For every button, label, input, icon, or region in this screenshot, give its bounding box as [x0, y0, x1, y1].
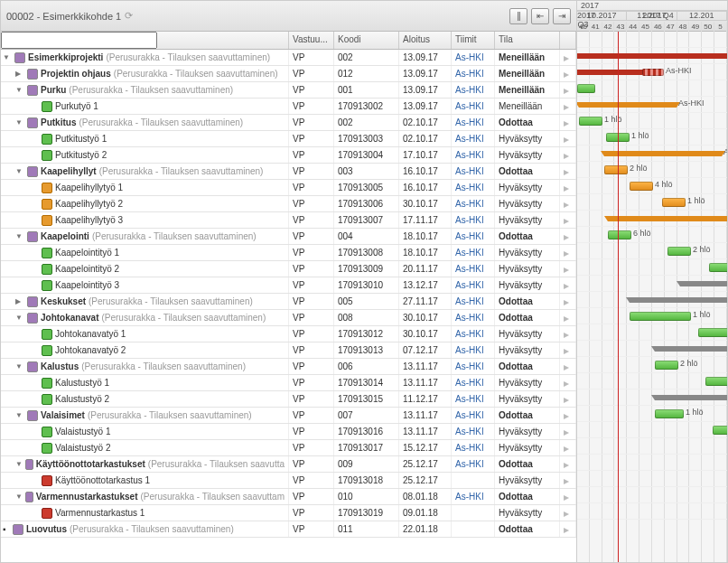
row-arrow-icon[interactable]: ▸: [564, 68, 569, 80]
gantt-row[interactable]: 1 hlö: [577, 308, 727, 324]
task-row[interactable]: ▼Valaisimet (Perusurakka - Tilauksen saa…: [1, 408, 576, 424]
row-arrow-icon[interactable]: ▸: [564, 84, 569, 97]
row-arrow-icon[interactable]: ▸: [564, 361, 569, 373]
task-row[interactable]: Kaapelihyllytyö 2VP17091300630.10.17As-H…: [1, 196, 576, 212]
gantt-row[interactable]: [577, 389, 727, 406]
expander-icon[interactable]: ▼: [15, 167, 24, 175]
expander-icon[interactable]: ▼: [15, 118, 24, 127]
gantt-body[interactable]: As-HKIAs-HKI1 hlö1 hlöAs-HKI2 hlö4 hlö1 …: [577, 32, 727, 562]
gantt-row[interactable]: 1 hlö: [577, 406, 727, 422]
gantt-row[interactable]: [577, 487, 727, 503]
task-row[interactable]: Kaapelihyllytyö 3VP17091300717.11.17As-H…: [1, 212, 576, 229]
task-row[interactable]: ▶Keskukset (Perusurakka - Tilauksen saav…: [1, 294, 576, 310]
task-row[interactable]: Johtokanavatyö 2VP17091301307.12.17As-HK…: [1, 342, 576, 359]
task-row[interactable]: Kaapelointityö 1VP17091300818.10.17As-HK…: [1, 245, 576, 261]
gantt-bar[interactable]: [662, 198, 686, 207]
expander-icon[interactable]: ▼: [15, 362, 24, 371]
gantt-bar[interactable]: [604, 165, 628, 174]
task-row[interactable]: ▼Putkitus (Perusurakka - Tilauksen saavu…: [1, 115, 576, 131]
row-arrow-icon[interactable]: ▸: [564, 344, 569, 357]
row-arrow-icon[interactable]: ▸: [564, 474, 569, 487]
summary-bar[interactable]: [579, 102, 677, 108]
row-arrow-icon[interactable]: ▸: [564, 491, 569, 503]
task-row[interactable]: Käyttöönottotarkastus 1VP17091301825.12.…: [1, 473, 576, 489]
gantt-bar[interactable]: [579, 117, 602, 126]
expander-icon[interactable]: ▼: [15, 86, 24, 94]
task-row[interactable]: ▼Varmennustarkastukset (Perusurakka - Ti…: [1, 489, 576, 505]
summary-bar[interactable]: [655, 395, 727, 400]
gantt-row[interactable]: [577, 455, 727, 471]
summary-bar[interactable]: [630, 297, 727, 303]
summary-bar[interactable]: [680, 281, 727, 286]
gantt-row[interactable]: 2 hlö: [577, 162, 727, 178]
gantt-row[interactable]: As-HKI: [577, 64, 727, 80]
gantt-row[interactable]: [577, 471, 727, 487]
gantt-bar[interactable]: [667, 247, 691, 256]
gantt-row[interactable]: As-HKI: [577, 145, 727, 162]
gantt-row[interactable]: [577, 503, 727, 520]
gantt-bar[interactable]: [630, 182, 653, 191]
task-row[interactable]: Kaapelihyllytyö 1VP17091300516.10.17As-H…: [1, 180, 576, 196]
gantt-row[interactable]: [577, 259, 727, 276]
task-row[interactable]: ▼Kaapelointi (Perusurakka - Tilauksen sa…: [1, 229, 576, 245]
gantt-row[interactable]: As-H: [577, 276, 727, 292]
gantt-row[interactable]: [577, 48, 727, 64]
row-arrow-icon[interactable]: ▸: [564, 377, 569, 389]
task-row[interactable]: Purkutyö 1VP17091300213.09.17As-HKIMenei…: [1, 99, 576, 115]
search-input[interactable]: [1, 32, 157, 49]
expander-icon[interactable]: ▼: [3, 53, 12, 61]
row-arrow-icon[interactable]: ▸: [564, 230, 569, 243]
gantt-bar[interactable]: [705, 377, 727, 386]
gantt-row[interactable]: 2 hlö: [577, 243, 727, 259]
task-row[interactable]: ▼Johtokanavat (Perusurakka - Tilauksen s…: [1, 310, 576, 326]
row-arrow-icon[interactable]: ▸: [564, 133, 569, 145]
row-arrow-icon[interactable]: ▸: [564, 100, 569, 113]
gantt-row[interactable]: 1 hlö: [577, 113, 727, 129]
summary-bar[interactable]: [577, 53, 727, 59]
row-arrow-icon[interactable]: ▸: [564, 198, 569, 211]
row-arrow-icon[interactable]: ▸: [564, 117, 569, 129]
expander-icon[interactable]: ▼: [15, 232, 24, 240]
expander-icon[interactable]: ▶: [15, 70, 24, 78]
gantt-row[interactable]: 1 hlö: [577, 129, 727, 145]
indent-left-button[interactable]: ⇤: [531, 8, 549, 24]
refresh-icon[interactable]: ⟳: [125, 10, 133, 22]
gantt-row[interactable]: [577, 422, 727, 438]
gantt-bar[interactable]: [577, 84, 595, 93]
row-arrow-icon[interactable]: ▸: [564, 247, 569, 259]
row-arrow-icon[interactable]: ▸: [564, 442, 569, 455]
row-arrow-icon[interactable]: ▸: [564, 263, 569, 276]
gantt-row[interactable]: 6 hlö: [577, 227, 727, 243]
row-arrow-icon[interactable]: ▸: [564, 409, 569, 422]
pause-button[interactable]: ‖: [509, 8, 527, 24]
summary-bar[interactable]: [655, 346, 727, 352]
row-arrow-icon[interactable]: ▸: [564, 296, 569, 308]
gantt-row[interactable]: [577, 341, 727, 357]
row-arrow-icon[interactable]: ▸: [564, 52, 569, 64]
task-row[interactable]: Varmennustarkastus 1VP17091301909.01.18H…: [1, 505, 576, 521]
row-arrow-icon[interactable]: ▸: [564, 507, 569, 520]
gantt-row[interactable]: 1 hlö: [577, 194, 727, 211]
row-arrow-icon[interactable]: ▸: [564, 165, 569, 178]
gantt-bar[interactable]: [713, 426, 727, 435]
row-arrow-icon[interactable]: ▸: [564, 279, 569, 292]
task-row[interactable]: Valaistustyö 1VP17091301613.11.17As-HKIH…: [1, 424, 576, 440]
row-arrow-icon[interactable]: ▸: [564, 328, 569, 341]
row-arrow-icon[interactable]: ▸: [564, 426, 569, 438]
gantt-bar[interactable]: [698, 328, 727, 337]
row-arrow-icon[interactable]: ▸: [564, 214, 569, 227]
task-row[interactable]: ▼Esimerkkiprojekti (Perusurakka - Tilauk…: [1, 50, 576, 66]
gantt-bar[interactable]: [608, 230, 631, 239]
task-row[interactable]: ▶Projektin ohjaus (Perusurakka - Tilauks…: [1, 66, 576, 82]
expander-icon[interactable]: ▶: [15, 297, 24, 305]
task-row[interactable]: Kalustustyö 2VP17091301511.12.17As-HKIHy…: [1, 391, 576, 408]
row-arrow-icon[interactable]: ▸: [564, 393, 569, 406]
task-row[interactable]: Kaapelointityö 3VP17091301013.12.17As-HK…: [1, 277, 576, 294]
task-row[interactable]: Valaistustyö 2VP17091301715.12.17As-HKIH…: [1, 440, 576, 456]
gantt-row[interactable]: [577, 438, 727, 455]
summary-bar[interactable]: [608, 216, 727, 221]
row-arrow-icon[interactable]: ▸: [564, 458, 569, 471]
summary-bar[interactable]: [604, 151, 722, 156]
row-arrow-icon[interactable]: ▸: [564, 523, 569, 536]
expander-icon[interactable]: ▼: [15, 493, 23, 501]
